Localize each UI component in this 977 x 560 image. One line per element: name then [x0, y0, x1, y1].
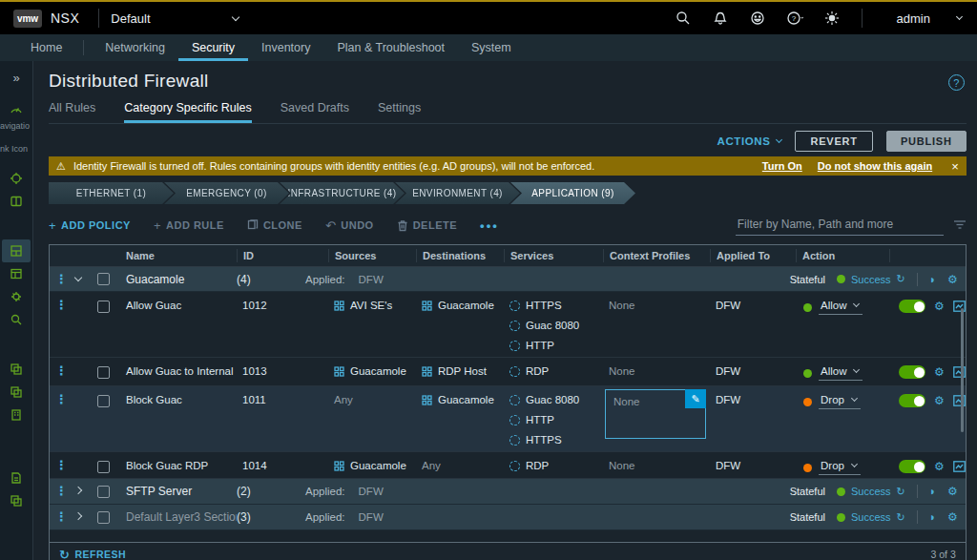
action-dropdown[interactable]: Drop	[819, 460, 861, 475]
row-checkbox[interactable]	[97, 461, 110, 473]
policy-name[interactable]: SFTP Server	[120, 485, 237, 498]
applied-to[interactable]: DFW	[710, 300, 796, 311]
destination-group[interactable]: Guacamole	[422, 394, 504, 405]
rule-settings-gear-icon[interactable]: ⚙	[934, 300, 945, 313]
profiles-building-icon[interactable]	[2, 404, 31, 426]
close-icon[interactable]: ×	[951, 159, 959, 174]
column-header-sources[interactable]: Sources	[328, 249, 416, 262]
nav-item-plan-troubleshoot[interactable]: Plan & Troubleshoot	[323, 36, 458, 61]
more-options-button[interactable]: •••	[480, 218, 499, 233]
tab-saved-drafts[interactable]: Saved Drafts	[281, 101, 349, 123]
help-icon[interactable]: ?	[787, 10, 803, 27]
network-introspection-search-icon[interactable]	[2, 308, 31, 331]
row-checkbox[interactable]	[97, 395, 110, 407]
service-item[interactable]: Guac 8080	[509, 394, 603, 405]
endpoint-protection-copy-icon[interactable]	[2, 358, 31, 381]
rule-statistics-icon[interactable]	[953, 395, 966, 406]
column-header-name[interactable]: Name	[120, 249, 237, 262]
source-group[interactable]: Guacamole	[334, 365, 416, 377]
nav-item-networking[interactable]: Networking	[92, 36, 178, 61]
context-profile[interactable]: None	[603, 300, 710, 311]
rule-statistics-icon[interactable]	[953, 301, 966, 312]
category-tab-application[interactable]: APPLICATION (9)	[510, 182, 635, 204]
gateway-firewall-table-icon[interactable]	[2, 262, 31, 285]
notifications-bell-icon[interactable]	[713, 10, 729, 27]
source-group[interactable]: AVI SE's	[334, 300, 416, 311]
user-menu[interactable]: admin	[897, 11, 962, 26]
nav-item-home[interactable]: Home	[17, 36, 75, 61]
policy-name[interactable]: Default Layer3 Section	[120, 510, 237, 524]
page-help-icon[interactable]: ?	[948, 74, 965, 91]
rule-enabled-toggle[interactable]	[899, 394, 925, 407]
service-item[interactable]: HTTP	[509, 414, 603, 425]
row-checkbox[interactable]	[97, 486, 110, 498]
service-item[interactable]: Guac 8080	[509, 320, 603, 331]
service-item[interactable]: HTTP	[509, 340, 603, 351]
destination-group[interactable]: Guacamole	[422, 300, 504, 311]
kebab-menu-icon[interactable]: ⋮	[55, 458, 68, 472]
kebab-menu-icon[interactable]: ⋮	[55, 512, 68, 522]
rule-enabled-toggle[interactable]	[899, 365, 925, 379]
theme-sun-icon[interactable]	[824, 10, 841, 27]
source-any[interactable]: Any	[328, 394, 416, 405]
service-item[interactable]: HTTPS	[509, 300, 603, 311]
search-icon[interactable]	[676, 10, 692, 27]
refresh-status-icon[interactable]: ↻	[897, 273, 905, 285]
publish-button[interactable]: PUBLISH	[886, 131, 967, 152]
destination-group[interactable]: RDP Host	[422, 365, 504, 377]
category-tab-infrastructure[interactable]: INFRASTRUCTURE (4)	[280, 182, 405, 204]
column-header-context-profiles[interactable]: Context Profiles	[603, 249, 710, 262]
history-clock-icon[interactable]: ◗	[929, 485, 936, 498]
vmware-logo[interactable]: vmw	[13, 10, 42, 28]
filter-input[interactable]	[736, 216, 944, 236]
tab-all-rules[interactable]: All Rules	[49, 101, 95, 123]
document-icon[interactable]	[2, 467, 31, 489]
tab-settings[interactable]: Settings	[378, 101, 421, 123]
rule-settings-gear-icon[interactable]: ⚙	[934, 394, 945, 407]
feedback-smiley-icon[interactable]	[750, 10, 766, 27]
rule-name[interactable]: Block Guac	[120, 394, 237, 405]
do-not-show-again-link[interactable]: Do not show this again	[818, 160, 932, 172]
history-clock-icon[interactable]: ◗	[929, 273, 936, 286]
rule-name[interactable]: Allow Guac	[120, 300, 237, 311]
scope-selector[interactable]: Default	[111, 11, 238, 26]
context-profile-selected-cell[interactable]: None ✎	[605, 389, 706, 439]
policy-settings-gear-icon[interactable]: ⚙	[947, 510, 958, 524]
revert-button[interactable]: REVERT	[795, 131, 872, 152]
kebab-menu-icon[interactable]: ⋮	[55, 487, 68, 496]
nav-item-inventory[interactable]: Inventory	[248, 36, 323, 61]
settings-copy-icon[interactable]	[2, 381, 31, 404]
source-group[interactable]: Guacamole	[334, 460, 416, 471]
refresh-status-icon[interactable]: ↻	[897, 486, 905, 498]
category-tab-emergency[interactable]: EMERGENCY (0)	[164, 182, 289, 204]
actions-menu[interactable]: ACTIONS	[717, 135, 782, 147]
chevron-right-icon[interactable]	[74, 486, 82, 493]
rule-name[interactable]: Allow Guac to Internal	[120, 365, 237, 377]
policy-settings-gear-icon[interactable]: ⚙	[947, 485, 958, 498]
rule-settings-gear-icon[interactable]: ⚙	[934, 460, 945, 473]
context-profile[interactable]: None	[603, 365, 710, 377]
column-header-id[interactable]: ID	[237, 249, 328, 262]
applied-to[interactable]: DFW	[710, 460, 796, 471]
policy-name[interactable]: Guacamole	[120, 273, 237, 286]
column-header-action[interactable]: Action	[796, 249, 889, 262]
status-badge[interactable]: Success ↻	[837, 511, 905, 524]
service-item[interactable]: RDP	[509, 460, 603, 471]
row-checkbox[interactable]	[97, 366, 110, 379]
rule-settings-gear-icon[interactable]: ⚙	[934, 365, 945, 379]
column-header-destinations[interactable]: Destinations	[416, 249, 504, 262]
chevron-down-icon[interactable]	[74, 274, 82, 281]
rule-statistics-icon[interactable]	[953, 366, 966, 378]
add-policy-button[interactable]: + ADD POLICY	[49, 218, 131, 233]
row-checkbox[interactable]	[97, 301, 110, 313]
destination-any[interactable]: Any	[416, 460, 504, 471]
layers-copy-icon[interactable]	[2, 489, 31, 512]
applied-value[interactable]: DFW	[359, 511, 384, 523]
rule-enabled-toggle[interactable]	[899, 300, 925, 313]
chevron-right-icon[interactable]	[74, 511, 82, 519]
kebab-menu-icon[interactable]: ⋮	[55, 363, 68, 378]
row-checkbox[interactable]	[97, 273, 110, 285]
category-tab-ethernet[interactable]: ETHERNET (1)	[49, 182, 174, 204]
refresh-status-icon[interactable]: ↻	[897, 511, 905, 524]
security-overview-gear-globe-icon[interactable]	[2, 167, 31, 190]
